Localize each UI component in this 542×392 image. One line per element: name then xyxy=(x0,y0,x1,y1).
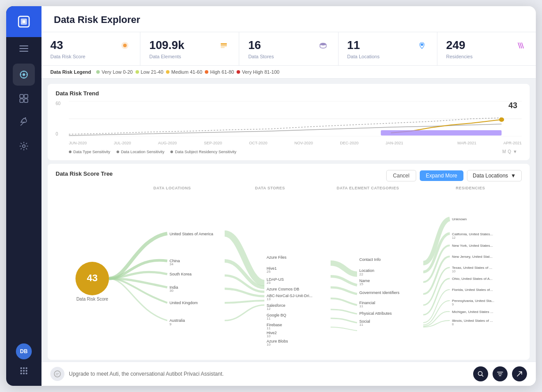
svg-text:Michigan, United States ...: Michigan, United States ... xyxy=(452,310,493,314)
metric-label-residencies: Residencies xyxy=(446,54,527,59)
metric-data-elements: 109.9k Data Elements xyxy=(140,32,239,65)
filter-action-button[interactable] xyxy=(493,366,508,381)
svg-point-33 xyxy=(499,117,504,122)
metric-label-locations: Data Locations xyxy=(347,54,428,59)
trend-chart-title: Data Risk Trend xyxy=(56,90,522,97)
metric-value-risk-score: 43 xyxy=(50,38,63,52)
tree-section: Data Risk Score Tree Cancel Expand More … xyxy=(48,164,530,360)
user-avatar[interactable]: DB xyxy=(16,343,32,359)
main-content: Data Risk Explorer 43 Data Risk Score 10… xyxy=(41,6,536,386)
trend-chart-section: Data Risk Trend 60 0 43 xyxy=(48,84,530,160)
svg-rect-27 xyxy=(221,47,225,48)
svg-text:South Korea: South Korea xyxy=(169,272,192,276)
chart-controls: M Q ▼ xyxy=(502,149,517,154)
col-label-locations: DATA LOCATIONS xyxy=(121,186,223,190)
sidebar-nav xyxy=(13,58,35,343)
metric-icon-residencies xyxy=(515,39,527,52)
metric-icon-stores xyxy=(317,39,329,52)
svg-point-13 xyxy=(23,145,25,147)
metric-data-locations: 11 Data Locations xyxy=(339,32,437,65)
col-label-categories: DATA ELEMENT CATEGORIES xyxy=(316,186,419,190)
chart-axis-labels: 60 0 xyxy=(56,101,60,136)
arrow-action-button[interactable] xyxy=(512,366,527,381)
cancel-button[interactable]: Cancel xyxy=(386,170,416,181)
col-label-residencies: RESIDENCIES xyxy=(419,186,522,190)
svg-rect-34 xyxy=(381,130,502,136)
svg-text:New York, United States...: New York, United States... xyxy=(452,244,493,248)
svg-text:Azure Files: Azure Files xyxy=(267,255,287,260)
legend-bar: Data Risk Legend Very Low 0-20 Low 21-40… xyxy=(41,66,536,79)
legend-data-location: Data Location Sensitivity xyxy=(117,150,165,154)
metric-icon-locations xyxy=(416,39,428,52)
legend-dot-high xyxy=(205,70,208,74)
legend-data-type: Data Type Sensitivity xyxy=(69,150,110,154)
trend-chart: 60 0 43 xyxy=(56,101,522,154)
svg-text:10: 10 xyxy=(452,270,455,273)
legend-title: Data Risk Legend xyxy=(50,69,91,75)
svg-text:Unknown: Unknown xyxy=(452,217,467,221)
hamburger-button[interactable] xyxy=(6,39,41,58)
svg-text:34: 34 xyxy=(169,262,173,266)
svg-point-24 xyxy=(123,44,127,47)
svg-text:California, United States...: California, United States... xyxy=(452,232,493,236)
chart-legend: Data Type Sensitivity Data Location Sens… xyxy=(69,150,237,154)
search-action-button[interactable] xyxy=(473,366,488,381)
col-labels: DATA LOCATIONS DATA STORES DATA ELEMENT … xyxy=(56,186,522,190)
legend-dot-low xyxy=(136,70,139,74)
legend-data-subject: Data Subject Residency Sensitivity xyxy=(170,150,236,154)
top-bar: Data Risk Explorer xyxy=(41,6,536,32)
metric-value-locations: 11 xyxy=(347,38,360,52)
svg-text:Australia: Australia xyxy=(169,318,185,323)
sidebar-item-home[interactable] xyxy=(13,64,35,86)
svg-point-22 xyxy=(26,373,27,374)
metric-icon-elements xyxy=(218,39,230,52)
svg-text:New Jersey, United Stat...: New Jersey, United Stat... xyxy=(452,255,493,259)
expand-button[interactable]: Expand More xyxy=(420,170,463,181)
svg-rect-6 xyxy=(19,51,28,52)
apps-grid-button[interactable] xyxy=(16,363,32,379)
svg-text:Azure Cosmos DB: Azure Cosmos DB xyxy=(267,287,299,291)
legend-dot-very-low xyxy=(96,70,100,74)
dropdown-button[interactable]: Data Locations ▼ xyxy=(467,170,522,181)
sidebar-item-settings[interactable] xyxy=(13,135,35,157)
svg-point-8 xyxy=(23,73,25,76)
chatbot-left: Upgrade to meet Auti, the conversational… xyxy=(50,367,224,381)
chatbot-actions xyxy=(473,366,527,381)
metric-data-stores: 16 Data Stores xyxy=(239,32,338,65)
svg-point-18 xyxy=(23,370,25,372)
metric-label-risk-score: Data Risk Score xyxy=(50,54,131,59)
chart-x-labels: JUN-2020 JUL-2020 AUG-2020 SEP-2020 OCT-… xyxy=(69,141,522,145)
metric-data-risk-score: 43 Data Risk Score xyxy=(41,32,140,65)
svg-point-29 xyxy=(421,43,423,46)
chevron-down-icon: ▼ xyxy=(511,173,516,179)
metric-icon-risk-score xyxy=(119,39,131,52)
svg-text:10: 10 xyxy=(267,343,271,347)
chart-area: 43 xyxy=(69,101,522,136)
legend-low: Low 21-40 xyxy=(136,69,163,75)
sidebar-item-tools[interactable] xyxy=(13,111,35,133)
svg-rect-26 xyxy=(221,45,227,46)
svg-rect-4 xyxy=(19,45,28,46)
tree-visualization: DATA LOCATIONS DATA STORES DATA ELEMENT … xyxy=(56,186,522,354)
svg-text:Government Identifiers: Government Identifiers xyxy=(359,290,400,295)
legend-dot-very-high xyxy=(237,70,240,74)
svg-text:Ohio, United States of A...: Ohio, United States of A... xyxy=(452,277,493,281)
svg-text:22: 22 xyxy=(359,272,363,276)
legend-high: High 61-80 xyxy=(205,69,234,75)
svg-rect-3 xyxy=(23,20,25,23)
svg-point-21 xyxy=(23,373,25,374)
svg-rect-11 xyxy=(20,99,23,102)
metric-label-elements: Data Elements xyxy=(149,54,230,59)
svg-text:ABC-NorCal-SJ-Unit-Dri...: ABC-NorCal-SJ-Unit-Dri... xyxy=(267,294,312,298)
svg-text:9: 9 xyxy=(452,303,454,306)
svg-point-28 xyxy=(320,43,326,45)
svg-text:Texas, United States of ...: Texas, United States of ... xyxy=(452,266,492,270)
sidebar-item-dashboard[interactable] xyxy=(13,87,35,109)
svg-rect-10 xyxy=(24,94,28,98)
svg-text:11: 11 xyxy=(359,304,363,308)
svg-text:Contact Info: Contact Info xyxy=(359,257,381,262)
chatbot-bubble xyxy=(50,367,64,381)
svg-point-20 xyxy=(20,373,22,374)
tree-svg: 43 Data Risk Score United States of Amer… xyxy=(56,195,522,354)
svg-rect-12 xyxy=(24,99,28,102)
